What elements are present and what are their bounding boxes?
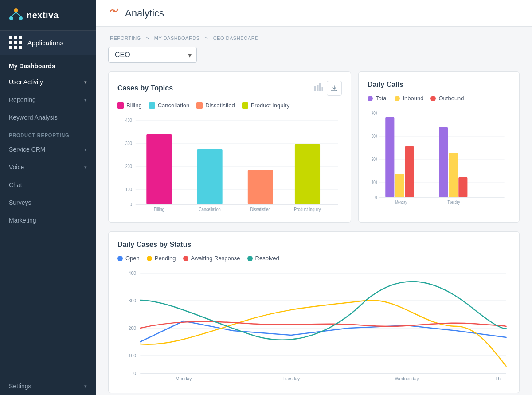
svg-point-0 <box>14 8 18 12</box>
chevron-icon: ▾ <box>84 383 87 389</box>
svg-text:Tuesday: Tuesday <box>448 200 460 205</box>
svg-text:300: 300 <box>125 141 132 146</box>
daily-cases-title: Daily Cases by Status <box>117 241 191 249</box>
cases-chart-svg: 400 300 200 100 0 Billi <box>117 116 342 213</box>
legend-outbound: Outbound <box>430 95 464 102</box>
legend-dot-awaiting <box>183 256 188 261</box>
chevron-icon: ▾ <box>84 147 87 153</box>
svg-text:300: 300 <box>129 298 136 303</box>
svg-text:Monday: Monday <box>176 376 192 381</box>
daily-calls-title: Daily Calls <box>368 81 403 89</box>
daily-calls-chart: 400 300 200 100 0 Monda <box>368 109 510 206</box>
legend-dot-open <box>117 256 123 261</box>
charts-row-1: Cases by Topics <box>108 71 520 223</box>
sidebar-item-label-user-activity: User Activity <box>9 78 43 86</box>
cases-bar-chart: 400 300 200 100 0 Billi <box>117 116 342 213</box>
legend-dot-product-inquiry <box>242 102 248 109</box>
breadcrumb: REPORTING > MY DASHBOARDS > CEO DASHBOAR… <box>108 35 520 41</box>
legend-dot-billing <box>117 102 124 109</box>
svg-text:Cancellation: Cancellation <box>199 207 220 212</box>
legend-label-total: Total <box>376 95 387 102</box>
chart-type-icon[interactable] <box>314 83 323 94</box>
sidebar-item-reporting[interactable]: Reporting ▾ <box>0 91 96 109</box>
legend-label-cancellation: Cancellation <box>158 102 190 109</box>
select-container: CEO Sales Support Marketing <box>108 47 197 63</box>
legend-label-awaiting: Awaiting Response <box>191 255 240 262</box>
svg-text:Tuesday: Tuesday <box>282 376 300 381</box>
daily-calls-legend: Total Inbound Outbound <box>368 95 510 102</box>
legend-label-open: Open <box>125 255 140 262</box>
sidebar-item-surveys[interactable]: Surveys <box>0 194 96 211</box>
svg-point-5 <box>113 9 115 12</box>
daily-calls-header: Daily Calls <box>368 81 510 89</box>
chevron-icon: ▾ <box>84 79 87 85</box>
svg-text:100: 100 <box>129 353 136 358</box>
applications-label: Applications <box>27 39 63 47</box>
sidebar-item-label-keyword-analysis: Keyword Analysis <box>9 114 58 121</box>
svg-text:400: 400 <box>372 111 377 116</box>
svg-rect-7 <box>317 85 319 91</box>
sidebar-item-label-reporting: Reporting <box>9 96 36 103</box>
breadcrumb-sep-2: > <box>205 35 209 41</box>
legend-dot-total <box>368 96 373 101</box>
svg-rect-8 <box>319 83 321 91</box>
analytics-icon <box>108 6 120 20</box>
content-area: REPORTING > MY DASHBOARDS > CEO DASHBOAR… <box>96 27 532 395</box>
legend-total: Total <box>368 95 387 102</box>
legend-dot-resolved <box>247 256 253 261</box>
svg-point-1 <box>9 16 13 20</box>
legend-awaiting: Awaiting Response <box>183 255 240 262</box>
daily-calls-svg: 400 300 200 100 0 Monda <box>368 109 510 206</box>
legend-label-resolved: Resolved <box>255 255 279 262</box>
daily-cases-header: Daily Cases by Status <box>117 241 510 249</box>
settings-section: Settings ▾ <box>0 377 96 395</box>
page-title: Analytics <box>125 8 164 19</box>
sidebar-item-label-marketing: Marketing <box>9 217 36 224</box>
sidebar-item-chat[interactable]: Chat <box>0 176 96 194</box>
svg-text:200: 200 <box>372 157 377 162</box>
legend-cancellation: Cancellation <box>149 102 190 109</box>
my-dashboards-label: My Dashboards <box>0 55 96 73</box>
svg-text:200: 200 <box>129 325 136 331</box>
sidebar-item-label-surveys: Surveys <box>9 199 31 206</box>
svg-point-2 <box>19 16 23 20</box>
breadcrumb-part-3: CEO DASHBOARD <box>213 35 259 41</box>
dashboard-select-wrapper: CEO Sales Support Marketing <box>108 47 520 63</box>
svg-rect-41 <box>439 127 448 197</box>
daily-cases-chart: 400 300 200 100 0 Monday Tuesday Wednesd… <box>117 269 510 384</box>
legend-dot-cancellation <box>149 102 155 109</box>
sidebar-item-user-activity[interactable]: User Activity ▾ <box>0 73 96 91</box>
svg-text:300: 300 <box>372 134 377 139</box>
svg-text:0: 0 <box>375 195 377 200</box>
chart-header: Cases by Topics <box>117 81 342 96</box>
cases-by-topics-card: Cases by Topics <box>108 71 351 223</box>
svg-rect-42 <box>449 153 458 197</box>
legend-open: Open <box>117 255 140 262</box>
applications-nav[interactable]: Applications <box>0 31 96 55</box>
cases-by-topics-title: Cases by Topics <box>117 84 173 92</box>
sidebar-item-settings[interactable]: Settings ▾ <box>0 377 96 395</box>
download-button[interactable] <box>327 81 342 96</box>
legend-pending: Pending <box>147 255 176 262</box>
dashboard-select[interactable]: CEO Sales Support Marketing <box>108 47 197 63</box>
svg-text:200: 200 <box>125 164 132 169</box>
sidebar-item-service-crm[interactable]: Service CRM ▾ <box>0 141 96 158</box>
legend-label-billing: Billing <box>126 102 142 109</box>
sidebar-item-keyword-analysis[interactable]: Keyword Analysis <box>0 109 96 126</box>
legend-product-inquiry: Product Inquiry <box>242 102 289 109</box>
svg-rect-20 <box>146 134 172 204</box>
svg-text:Th: Th <box>495 376 501 381</box>
breadcrumb-part-1: REPORTING <box>110 35 141 41</box>
sidebar-item-marketing[interactable]: Marketing <box>0 211 96 229</box>
legend-inbound: Inbound <box>395 95 423 102</box>
product-reporting-section-label: PRODUCT REPORTING <box>0 126 96 141</box>
svg-line-3 <box>11 12 16 16</box>
svg-text:0: 0 <box>133 371 136 376</box>
svg-text:Dissatisfied: Dissatisfied <box>250 207 270 212</box>
legend-dot-inbound <box>395 96 400 101</box>
sidebar-item-label-voice: Voice <box>9 164 24 171</box>
svg-rect-23 <box>295 144 320 204</box>
svg-rect-38 <box>385 117 394 197</box>
daily-cases-status-card: Daily Cases by Status Open Pending Await… <box>108 231 520 393</box>
sidebar-item-voice[interactable]: Voice ▾ <box>0 158 96 176</box>
